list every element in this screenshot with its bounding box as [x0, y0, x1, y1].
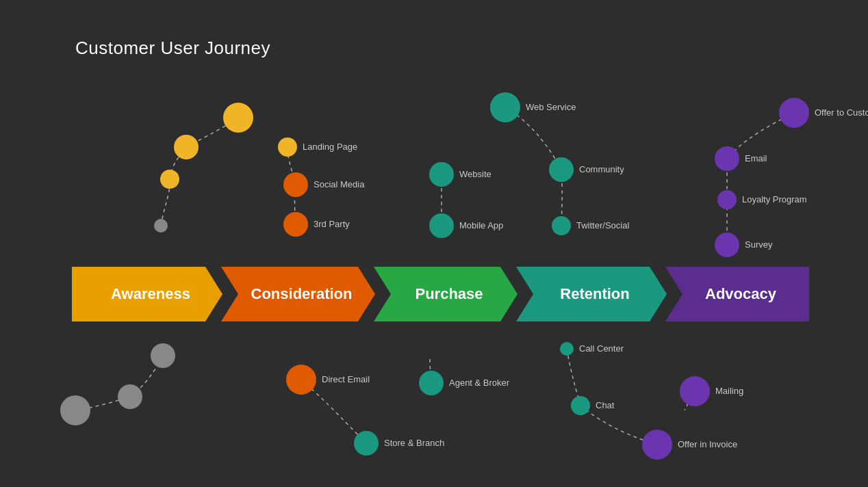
label-agent-&-broker: Agent & Broker [449, 378, 509, 388]
label-social-media: Social Media [314, 179, 364, 189]
dot-web-service [490, 92, 520, 122]
label-chat: Chat [596, 400, 614, 410]
retention-label: Retention [546, 285, 636, 303]
dot-online-display [154, 219, 168, 233]
dot-mobile-app [429, 213, 454, 238]
dot-email-data [223, 103, 253, 133]
dot-twitter/social [552, 216, 571, 235]
label-3rd-party: 3rd Party [314, 219, 350, 229]
advocacy-label: Advocacy [691, 285, 783, 303]
page-title: Customer User Journey [75, 38, 270, 59]
label-mailing: Mailing [715, 386, 743, 396]
label-offer-to-customers: Offer to Customers [815, 107, 868, 118]
arrow-awareness: Awareness [72, 267, 222, 321]
label-survey: Survey [745, 239, 772, 250]
dot-social-media [283, 172, 308, 197]
dot-website [429, 162, 454, 187]
label-call-center: Call Center [579, 343, 624, 354]
label-email: Email [745, 153, 767, 163]
label-community: Community [579, 164, 624, 174]
dot-community [549, 157, 574, 182]
dot-landing-page [278, 137, 297, 157]
dot-call-center [560, 342, 574, 356]
label-loyalty-program: Loyalty Program [742, 194, 807, 205]
label-store-&-branch: Store & Branch [384, 438, 444, 448]
journey-bar: Awareness Consideration Purchase Retenti… [72, 267, 809, 321]
arrow-purchase: Purchase [374, 267, 518, 321]
dot-offer-to-customers [779, 98, 809, 128]
dot-loyalty-program [717, 190, 737, 209]
consideration-label: Consideration [238, 285, 359, 303]
dot-store-&-branch [354, 431, 379, 456]
label-mobile-app: Mobile App [459, 220, 503, 231]
dot-pr [60, 395, 90, 425]
dot-agent-&-broker [419, 371, 444, 395]
arrow-retention: Retention [516, 267, 667, 321]
dot-offer-in-invoice [642, 430, 672, 460]
dot-email [715, 146, 739, 171]
label-website: Website [459, 169, 492, 179]
arrow-advocacy: Advocacy [665, 267, 809, 321]
awareness-label: Awareness [97, 285, 197, 303]
dot-chat [571, 396, 590, 415]
dot-radio-tv-print [118, 384, 142, 409]
label-twitter/social: Twitter/Social [576, 220, 629, 231]
dot-mailing [680, 376, 710, 406]
dot-word-of-mouth [151, 343, 175, 368]
dot-direct-email [286, 365, 316, 395]
label-direct-email: Direct Email [322, 374, 370, 384]
dot-3rd-party [283, 212, 308, 237]
arrow-consideration: Consideration [221, 267, 375, 321]
label-landing-page: Landing Page [303, 142, 357, 152]
dot-survey [715, 233, 739, 257]
label-offer-in-invoice: Offer in Invoice [678, 439, 737, 449]
dot-paid-content [174, 135, 199, 159]
label-web-service: Web Service [526, 102, 576, 112]
purchase-label: Purchase [401, 285, 489, 303]
dot-search-data [160, 170, 179, 189]
